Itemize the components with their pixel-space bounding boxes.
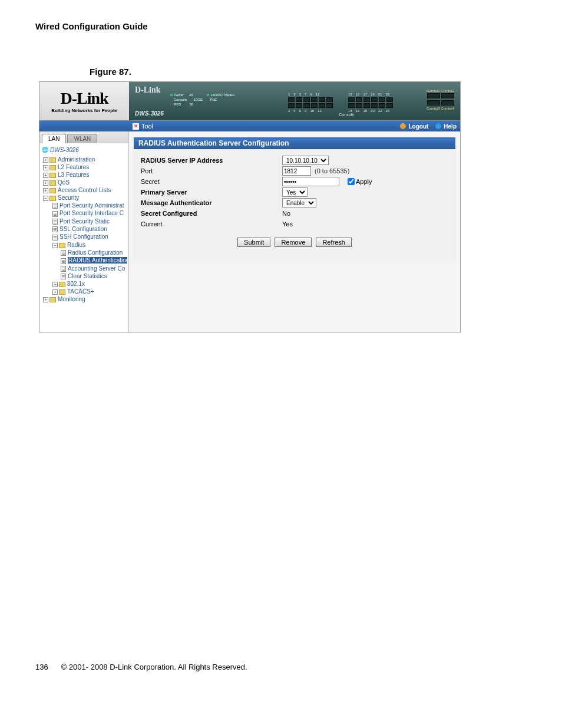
tree-accounting-server[interactable]: Accounting Server Co — [42, 265, 127, 272]
label-secret: Secret — [141, 178, 282, 185]
switch-ports: 1357911 24681012 131517192123 1416182022… — [288, 93, 393, 113]
tree-tacacs[interactable]: +TACACS+ — [42, 288, 127, 295]
remove-button[interactable]: Remove — [275, 238, 312, 247]
tree-l3-features[interactable]: +L3 Features — [42, 171, 127, 179]
apply-label: Apply — [356, 178, 372, 185]
content-area: RADIUS Authentication Server Configurati… — [129, 131, 460, 332]
tree-radius[interactable]: −Radius — [42, 241, 127, 249]
label-secret-configured: Secret Configured — [141, 210, 282, 217]
port-nums-bot-2: 141618202224 — [348, 109, 393, 113]
tree-qos[interactable]: +QoS — [42, 179, 127, 186]
page-number: 136 — [35, 663, 59, 671]
label-msgauth: Message Authenticator — [141, 199, 282, 206]
screenshot-frame: D-Link Building Networks for People D-Li… — [39, 81, 461, 332]
tool-label: Tool — [141, 123, 153, 130]
sidebar: LAN WLAN DWS-3026 +Administration +L2 Fe… — [39, 131, 129, 332]
copyright: © 2001- 2008 D-Link Corporation. All Rig… — [61, 663, 247, 671]
led-block: Power 25 Link/ACT/Spee Console 10GE PoE … — [170, 93, 234, 107]
tree-ssl-config[interactable]: SSL Configuration — [42, 225, 127, 233]
logout-button[interactable]: Logout — [396, 123, 432, 130]
led-linkact: Link/ACT/Spee — [210, 93, 234, 97]
logout-label: Logout — [408, 123, 428, 130]
tree-clear-statistics[interactable]: Clear Statistics — [42, 272, 127, 280]
device-model: DWS-3026 — [135, 110, 164, 117]
submit-button[interactable]: Submit — [237, 238, 270, 247]
config-form: RADIUS Server IP Address 10.10.10.10 Por… — [134, 149, 455, 260]
port-nums-bot-1: 24681012 — [288, 109, 333, 113]
tree-ssh-config[interactable]: SSH Configuration — [42, 233, 127, 241]
led-25: 25 — [189, 93, 193, 97]
figure-label: Figure 87. — [90, 67, 527, 77]
label-current: Current — [141, 220, 282, 228]
value-current: Yes — [282, 220, 293, 228]
value-secret-configured: No — [282, 210, 347, 217]
led-10ge: 10GE — [194, 98, 203, 101]
tree-administration[interactable]: +Administration — [42, 156, 127, 163]
brand-tagline: Building Networks for People — [44, 108, 124, 113]
tree-port-security-static[interactable]: Port Security Static — [42, 218, 127, 225]
select-radius-ip[interactable]: 10.10.10.10 — [282, 156, 329, 165]
help-label: Help — [444, 123, 457, 130]
label-radius-ip: RADIUS Server IP Address — [141, 157, 282, 164]
led-rps: RPS — [174, 103, 181, 106]
page-footer: 136 © 2001- 2008 D-Link Corporation. All… — [35, 663, 527, 671]
logout-icon — [400, 123, 406, 129]
port-nums-top-1: 1357911 — [288, 93, 333, 96]
device-header: D-Link Building Networks for People D-Li… — [39, 82, 460, 121]
label-port: Port — [141, 167, 282, 174]
combo-ports: Combo1 Combo2 Combo3 Combo4 — [427, 89, 454, 110]
console-label: Console — [339, 113, 354, 117]
led-power: Power — [174, 93, 184, 97]
logo-box: D-Link Building Networks for People — [39, 82, 129, 120]
device-banner: D-Link Power 25 Link/ACT/Spee Console 10… — [129, 82, 460, 120]
tree-l2-features[interactable]: +L2 Features — [42, 163, 127, 171]
checkbox-apply[interactable] — [348, 178, 355, 185]
button-row: Submit Remove Refresh — [141, 229, 448, 251]
tab-lan[interactable]: LAN — [42, 134, 66, 143]
brand-logo: D-Link — [44, 89, 124, 108]
toolbar: ✕Tool Logout Help — [39, 121, 460, 131]
tool-menu[interactable]: ✕Tool — [129, 123, 153, 130]
sidebar-tabs: LAN WLAN — [39, 131, 128, 143]
tree-security[interactable]: −Security — [42, 194, 127, 202]
help-icon — [435, 123, 441, 129]
input-port[interactable] — [282, 166, 311, 176]
device-brand-small: D-Link — [135, 85, 161, 95]
tree-monitoring[interactable]: +Monitoring — [42, 295, 127, 303]
led-26: 26 — [190, 103, 194, 106]
tree-port-security-interface[interactable]: Port Security Interface C — [42, 209, 127, 217]
input-secret[interactable] — [282, 177, 339, 186]
combo-label-2: Combo3 Combo4 — [427, 107, 454, 110]
panel-title: RADIUS Authentication Server Configurati… — [134, 137, 455, 149]
tab-wlan[interactable]: WLAN — [67, 134, 97, 143]
guide-title: Wired Configuration Guide — [35, 21, 527, 31]
tree-port-security-admin[interactable]: Port Security Administrat — [42, 202, 127, 209]
tree-8021x[interactable]: +802.1x — [42, 280, 127, 288]
help-button[interactable]: Help — [432, 123, 460, 130]
led-poe: PoE — [210, 98, 217, 101]
select-primary[interactable]: Yes — [282, 187, 308, 197]
refresh-button[interactable]: Refresh — [316, 238, 352, 247]
led-console: Console — [174, 98, 187, 101]
tree-root[interactable]: DWS-3026 — [42, 146, 127, 156]
port-hint: (0 to 65535) — [315, 167, 349, 174]
label-primary: Primary Server — [141, 189, 282, 196]
port-nums-top-2: 131517192123 — [348, 93, 393, 96]
tree-radius-config[interactable]: Radius Configuration — [42, 249, 127, 256]
select-msgauth[interactable]: Enable — [282, 198, 316, 207]
tree-radius-auth[interactable]: RADIUS Authentication — [42, 256, 127, 264]
tree-acl[interactable]: +Access Control Lists — [42, 186, 127, 194]
tool-icon: ✕ — [133, 123, 139, 130]
nav-tree: DWS-3026 +Administration +L2 Features +L… — [39, 143, 128, 309]
